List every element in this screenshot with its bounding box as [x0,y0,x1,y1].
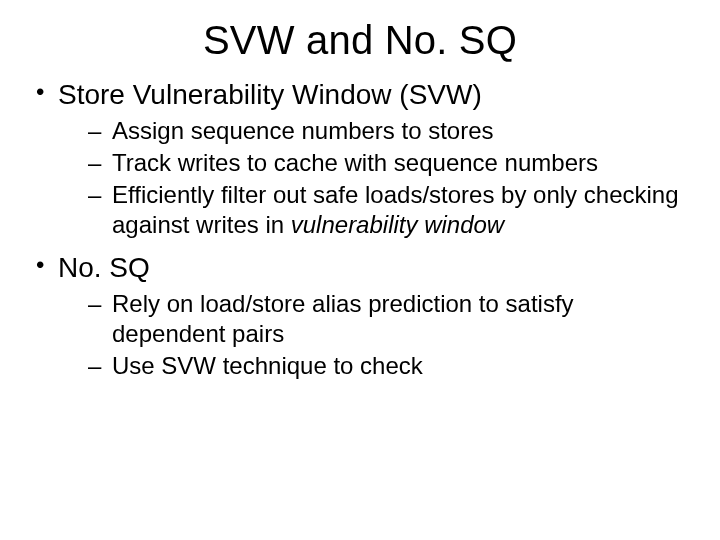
slide-title: SVW and No. SQ [0,0,720,63]
bullet-list: Store Vulnerability Window (SVW) Assign … [30,77,690,381]
slide-body: Store Vulnerability Window (SVW) Assign … [0,63,720,381]
bullet-text: No. SQ [58,252,150,283]
bullet-text: Rely on load/store alias prediction to s… [112,290,574,347]
bullet-text: Use SVW technique to check [112,352,423,379]
list-item: Efficiently filter out safe loads/stores… [88,180,690,240]
bullet-text: Store Vulnerability Window (SVW) [58,79,482,110]
list-item: Track writes to cache with sequence numb… [88,148,690,178]
sub-list: Assign sequence numbers to stores Track … [58,116,690,240]
sub-list: Rely on load/store alias prediction to s… [58,289,690,381]
list-item: Use SVW technique to check [88,351,690,381]
list-item: No. SQ Rely on load/store alias predicti… [30,250,690,381]
bullet-text: Assign sequence numbers to stores [112,117,494,144]
bullet-emph: vulnerability window [291,211,504,238]
bullet-text: Track writes to cache with sequence numb… [112,149,598,176]
list-item: Store Vulnerability Window (SVW) Assign … [30,77,690,240]
list-item: Rely on load/store alias prediction to s… [88,289,690,349]
list-item: Assign sequence numbers to stores [88,116,690,146]
slide: SVW and No. SQ Store Vulnerability Windo… [0,0,720,540]
